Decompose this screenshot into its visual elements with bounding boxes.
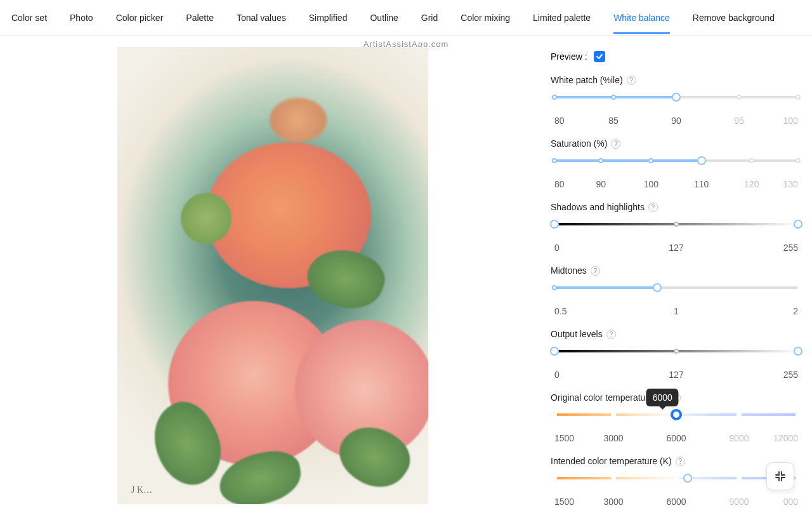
artist-signature: J K… [131, 485, 152, 495]
slider-mark: 85 [608, 116, 619, 126]
tab-bar: Color setPhotoColor pickerPaletteTonal v… [0, 0, 812, 36]
preview-image: J K… [117, 47, 428, 504]
tab-color-picker[interactable]: Color picker [116, 3, 164, 33]
slider-mark: 2 [793, 306, 798, 316]
tab-palette[interactable]: Palette [186, 3, 214, 33]
tab-tonal-values[interactable]: Tonal values [237, 3, 286, 33]
shadows-slider[interactable] [551, 220, 802, 243]
midtones-label: Midtones [551, 265, 587, 276]
image-panel: J K… [0, 36, 546, 508]
tab-photo[interactable]: Photo [70, 3, 93, 33]
slider-mark: 110 [694, 179, 709, 189]
preview-checkbox[interactable] [594, 51, 605, 62]
slider-mark: 9000 [729, 433, 749, 443]
saturation-slider[interactable] [551, 156, 802, 179]
slider-mark: 3000 [603, 497, 623, 507]
slider-mark: 100 [644, 179, 658, 189]
help-icon[interactable]: ? [606, 330, 616, 339]
slider-mark: 90 [596, 179, 606, 189]
slider-mark: 255 [783, 370, 798, 380]
white-patch-slider[interactable] [551, 93, 802, 116]
tab-limited-palette[interactable]: Limited palette [533, 3, 591, 33]
tab-white-balance[interactable]: White balance [613, 3, 670, 33]
slider-mark: 6000 [666, 433, 686, 443]
slider-mark: 0 [554, 243, 560, 253]
midtones-slider[interactable] [551, 283, 802, 306]
slider-mark: 130 [783, 179, 798, 189]
tab-remove-background[interactable]: Remove background [693, 3, 775, 33]
fullscreen-button[interactable] [766, 462, 794, 490]
slider-mark: 0 [554, 370, 560, 380]
help-icon[interactable]: ? [627, 76, 636, 85]
slider-mark: 100 [783, 116, 798, 126]
tab-outline[interactable]: Outline [370, 3, 398, 33]
slider-mark: 127 [669, 370, 683, 380]
slider-mark: 120 [744, 179, 759, 189]
help-icon[interactable]: ? [611, 139, 620, 149]
slider-mark: 1500 [554, 433, 574, 443]
slider-mark: 1500 [554, 497, 574, 507]
tab-simplified[interactable]: Simplified [309, 3, 348, 33]
tab-color-set[interactable]: Color set [11, 3, 47, 33]
help-icon[interactable]: ? [648, 203, 658, 212]
white-patch-label: White patch (%ile) [551, 75, 623, 85]
orig-temp-slider[interactable] [551, 410, 802, 433]
slider-mark: 127 [669, 243, 683, 253]
saturation-label: Saturation (%) [551, 138, 607, 149]
help-icon[interactable]: ? [676, 457, 685, 466]
slider-mark: 80 [554, 116, 565, 126]
intend-temp-slider[interactable] [551, 474, 802, 497]
slider-mark: 0.5 [554, 306, 566, 316]
collapse-icon [775, 471, 786, 482]
slider-mark: 255 [783, 243, 798, 253]
slider-mark: 95 [734, 116, 744, 126]
help-icon[interactable]: ? [591, 266, 600, 276]
output-label: Output levels [551, 329, 603, 339]
slider-mark: 1 [674, 306, 679, 316]
shadows-label: Shadows and highlights [551, 202, 645, 212]
tab-grid[interactable]: Grid [421, 3, 438, 33]
intend-temp-label: Intended color temperature (K) [551, 456, 672, 466]
output-slider[interactable] [551, 347, 802, 370]
slider-mark: 12000 [773, 433, 798, 443]
slider-mark: 6000 [666, 497, 686, 507]
orig-temp-tooltip: 6000 [646, 389, 679, 406]
slider-mark: 000 [783, 497, 798, 507]
slider-mark: 80 [554, 179, 565, 189]
slider-mark: 9000 [729, 497, 749, 507]
slider-mark: 90 [671, 116, 681, 126]
controls-panel: Preview : White patch (%ile) ? 808590951… [546, 36, 812, 508]
preview-label: Preview : [551, 51, 587, 62]
slider-mark: 3000 [603, 433, 623, 443]
tab-color-mixing[interactable]: Color mixing [461, 3, 510, 33]
